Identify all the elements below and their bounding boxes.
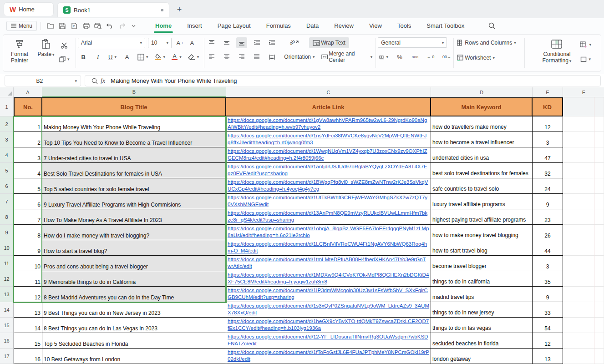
cell-no[interactable]: 1 — [14, 116, 42, 132]
tab-wps-home[interactable]: W Home — [4, 2, 54, 16]
tab-review[interactable]: Review — [326, 18, 361, 33]
percent-button[interactable]: % — [394, 51, 405, 62]
cell-kd[interactable]: 26 — [533, 225, 563, 240]
cell-no[interactable]: 5 — [14, 178, 42, 194]
number-format-select[interactable]: General▾ — [378, 37, 447, 48]
distributed-align-button[interactable] — [266, 51, 277, 62]
col-header-b[interactable]: B — [42, 87, 226, 97]
cell-kd[interactable]: 23 — [533, 209, 563, 225]
cell-no[interactable]: 3 — [14, 147, 42, 163]
article-link[interactable]: https://docs.google.com/document/d/1tmLM… — [228, 256, 429, 270]
tab-insert[interactable]: Insert — [179, 18, 210, 33]
header-no[interactable]: No. — [14, 97, 42, 116]
cell-main-keyword[interactable]: luxury travel affiliate programs — [431, 194, 533, 209]
align-left-button[interactable] — [206, 51, 217, 62]
cell-empty[interactable] — [563, 333, 604, 349]
header-blog-title[interactable]: Blog Title — [42, 97, 226, 116]
cell-no[interactable]: 7 — [14, 209, 42, 225]
cell-blog-title[interactable]: Pros and cons about being a travel blogg… — [42, 256, 226, 271]
cell-blog-title[interactable]: 8 Best Madrid Adventures you can do in t… — [42, 287, 226, 302]
cell-no[interactable]: 2 — [14, 132, 42, 147]
tab-smart-toolbox[interactable]: Smart Toolbox — [419, 18, 472, 33]
cell-blog-title[interactable]: Top 10 Tips You Need to Know to Become a… — [42, 132, 226, 147]
cell-main-keyword[interactable]: things to do in new jersey — [431, 302, 533, 318]
cell-blog-title[interactable]: How do I make money with travel blogging… — [42, 225, 226, 240]
cell-main-keyword[interactable]: underrated cities in usa — [431, 147, 533, 163]
article-link[interactable]: https://docs.google.com/document/d/1gVw8… — [228, 117, 429, 131]
underline-button[interactable]: U▾ — [107, 51, 118, 62]
italic-button[interactable]: I — [92, 51, 103, 62]
tab-view[interactable]: View — [361, 18, 390, 33]
font-name-select[interactable]: Arial▾ — [78, 38, 145, 48]
paste-button[interactable]: Paste▾ — [34, 38, 58, 59]
cell-no[interactable]: 11 — [14, 271, 42, 287]
cell-kd[interactable]: 12 — [533, 116, 563, 132]
tab-formulas[interactable]: Formulas — [259, 18, 299, 33]
fx-icon[interactable]: fx — [101, 77, 105, 85]
col-header-e[interactable]: E — [533, 87, 563, 97]
select-all-corner[interactable] — [0, 87, 14, 97]
cell-blog-title[interactable]: Making Money With Your Phone While Trave… — [42, 116, 226, 132]
cell-kd[interactable]: 9 — [533, 287, 563, 302]
cell-no[interactable]: 15 — [14, 333, 42, 349]
align-bottom-button[interactable] — [236, 37, 247, 48]
col-header-f[interactable]: F — [563, 87, 604, 97]
row-header-14[interactable]: 14 — [0, 302, 14, 318]
row-header-4[interactable]: 4 — [0, 147, 14, 163]
cell-no[interactable]: 12 — [14, 287, 42, 302]
article-link[interactable]: https://docs.google.com/document/d/1UtTk… — [228, 194, 429, 208]
cell-kd[interactable]: 47 — [533, 147, 563, 163]
cell-no[interactable]: 10 — [14, 256, 42, 271]
new-tab-button[interactable]: + — [174, 5, 184, 15]
cell-no[interactable]: 4 — [14, 163, 42, 178]
conditional-formatting-button[interactable]: Conditional Formatting▾ — [535, 38, 579, 65]
cell-empty[interactable] — [563, 163, 604, 178]
print-preview-button[interactable] — [92, 20, 104, 31]
article-link[interactable]: https://docs.google.com/document/d/1obqj… — [228, 225, 429, 239]
cell-no[interactable]: 8 — [14, 225, 42, 240]
header-main-keyword[interactable]: Main Keyword — [431, 97, 533, 116]
tab-tools[interactable]: Tools — [390, 18, 419, 33]
cell-main-keyword[interactable]: best solo travel destinations for female… — [431, 163, 533, 178]
align-center-button[interactable] — [221, 51, 232, 62]
article-link[interactable]: https://docs.google.com/document/d/1WwqN… — [228, 148, 429, 162]
currency-button[interactable]: ▾ — [378, 51, 390, 62]
save-button[interactable] — [56, 20, 68, 31]
open-file-button[interactable] — [45, 20, 56, 31]
font-color-button[interactable]: A▾ — [170, 51, 183, 62]
cell-no[interactable]: 6 — [14, 194, 42, 209]
cell-blog-title[interactable]: 10 Best Getaways from London — [42, 349, 226, 364]
cell-kd[interactable]: 54 — [533, 318, 563, 333]
justify-button[interactable] — [251, 51, 262, 62]
cell-empty[interactable] — [563, 240, 604, 256]
format-painter-button[interactable]: Format Painter — [5, 38, 34, 65]
row-header-13[interactable]: 13 — [0, 287, 14, 302]
article-link[interactable]: https://docs.google.com/document/d/1fToF… — [228, 349, 429, 363]
cell-kd[interactable]: 3 — [533, 132, 563, 147]
row-header-15[interactable]: 15 — [0, 318, 14, 333]
cell-empty[interactable] — [563, 302, 604, 318]
cell-main-keyword[interactable]: become travel blogger — [431, 256, 533, 271]
row-header-1[interactable]: 1 — [0, 97, 14, 116]
increase-decimal-button[interactable]: ←.0 — [425, 51, 436, 62]
cell-empty[interactable] — [563, 256, 604, 271]
header-f-empty[interactable] — [563, 97, 604, 116]
cell-kd[interactable]: 35 — [533, 271, 563, 287]
clear-format-button[interactable]: ▾ — [187, 51, 201, 62]
cell-empty[interactable] — [563, 209, 604, 225]
article-link[interactable]: https://docs.google.com/document/d/1LCl5… — [228, 241, 429, 254]
borders-button[interactable]: ▾ — [136, 51, 150, 62]
align-top-button[interactable] — [206, 37, 217, 48]
increase-indent-button[interactable] — [266, 37, 277, 48]
customize-toolbar-chevron[interactable] — [127, 20, 139, 31]
cell-blog-title[interactable]: How To Make Money As A Travel Affiliate … — [42, 209, 226, 225]
tab-page-layout[interactable]: Page Layout — [210, 18, 259, 33]
row-header-16[interactable]: 16 — [0, 333, 14, 349]
row-header-10[interactable]: 10 — [0, 240, 14, 256]
cell-kd[interactable]: 12 — [533, 333, 563, 349]
cell-no[interactable]: 16 — [14, 349, 42, 364]
cell-main-keyword[interactable]: madrid travel tips — [431, 287, 533, 302]
cell-empty[interactable] — [563, 194, 604, 209]
font-size-select[interactable]: 10▾ — [148, 38, 172, 48]
col-header-d[interactable]: D — [431, 87, 533, 97]
